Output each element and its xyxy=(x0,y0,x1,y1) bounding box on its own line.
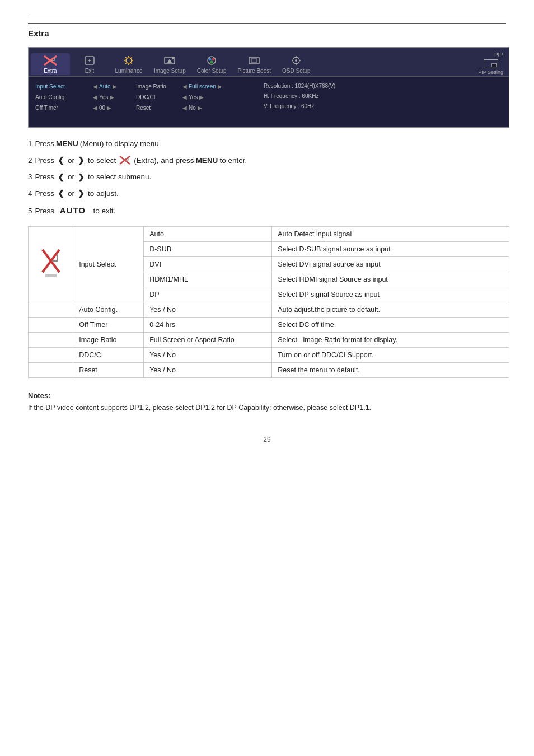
table-row-off-timer: Off Timer 0-24 hrs Select DC off time. xyxy=(29,318,509,333)
svg-line-10 xyxy=(125,57,126,58)
osd-row-auto-config: Auto Config. ◀ Yes ▶ xyxy=(34,92,135,102)
step-2: 2 Press ❮ or ❯ to select (Extra), and pr… xyxy=(28,155,506,167)
table-option-dsub: D-SUB xyxy=(144,242,272,257)
step-2-press: Press xyxy=(35,155,55,167)
step-2-number: 2 xyxy=(28,155,32,167)
osd-menu-osd-setup: OSD Setup xyxy=(277,53,316,75)
osd-row-off-timer: Off Timer ◀ 00 ▶ xyxy=(34,102,135,113)
step-2-menu-bold: MENU xyxy=(196,155,218,167)
table-option-ddcci: Yes / No xyxy=(144,348,272,363)
osd-image-ratio-value: Full screen xyxy=(189,83,216,90)
table-desc-image-ratio: Select image Ratio format for display. xyxy=(272,333,509,348)
table-desc-dvi: Select DVI signal source as input xyxy=(272,257,509,272)
osd-row-ddcci: DDC/CI ◀ Yes ▶ xyxy=(135,92,258,102)
osd-menu-picture-boost: Picture Boost xyxy=(232,53,277,75)
table-row-image-ratio: Image Ratio Full Screen or Aspect Ratio … xyxy=(29,333,509,348)
osd-ddcci-value: Yes xyxy=(189,94,198,100)
table-desc-off-timer: Select DC off time. xyxy=(272,318,509,333)
table-option-dvi: DVI xyxy=(144,257,272,272)
svg-point-24 xyxy=(295,59,297,62)
table-desc-auto-config: Auto adjust.the picture to default. xyxy=(272,302,509,318)
step-1-press: Press xyxy=(35,138,55,150)
step-4-press: Press xyxy=(35,188,55,200)
osd-menu-extra: Extra xyxy=(31,53,70,75)
osd-auto-config-label: Auto Config. xyxy=(35,94,91,100)
reference-table: Input Select Auto Auto Detect input sign… xyxy=(28,226,509,378)
osd-input-select-value: Auto xyxy=(99,83,111,90)
step-2-to-select: to select xyxy=(88,155,116,167)
table-row-ddcci: DDC/CI Yes / No Turn on or off DDC/CI Su… xyxy=(29,348,509,363)
osd-menu-bar: Extra Exit xyxy=(29,48,509,77)
osd-left-col: Input Select ◀ Auto ▶ Auto Config. ◀ Yes… xyxy=(34,81,135,123)
step-4-number: 4 xyxy=(28,188,32,200)
table-desc-auto: Auto Detect input signal xyxy=(272,227,509,242)
step-5: 5 Press AUTO to exit. xyxy=(28,204,506,217)
svg-rect-21 xyxy=(249,57,259,64)
osd-setup-menu-icon xyxy=(288,54,304,67)
osd-picture-boost-label: Picture Boost xyxy=(238,68,271,74)
osd-menu-luminance: Luminance xyxy=(109,53,148,75)
osd-right-arrow-2: ▶ xyxy=(110,94,114,100)
osd-menu-color-setup: Color Setup xyxy=(191,53,232,75)
picture-boost-menu-icon xyxy=(246,54,262,67)
exit-menu-icon xyxy=(82,54,97,67)
osd-v-frequency: V. Frequency : 60Hz xyxy=(264,101,503,111)
osd-off-timer-value: 00 xyxy=(99,105,105,111)
table-desc-reset: Reset the menu to default. xyxy=(272,363,509,378)
table-option-hdmi: HDMI1/MHL xyxy=(144,272,272,287)
svg-line-12 xyxy=(131,57,132,58)
step-3: 3 Press ❮ or ❯ to select submenu. xyxy=(28,171,506,183)
osd-right-col: Resolution : 1024(H)X768(V) H. Frequency… xyxy=(258,81,503,123)
page-title: Extra xyxy=(28,23,506,38)
osd-luminance-label: Luminance xyxy=(115,68,143,74)
table-row-auto-config: Auto Config. Yes / No Auto adjust.the pi… xyxy=(29,302,509,318)
extra-icon-cell xyxy=(29,227,73,302)
osd-input-select-label: Input Select xyxy=(35,83,91,90)
osd-right-arrow-1: ▶ xyxy=(113,83,117,90)
step-1-number: 1 xyxy=(28,138,32,150)
step-1: 1 Press MENU (Menu) to display menu. xyxy=(28,138,506,150)
step-5-auto-bold: AUTO xyxy=(60,204,86,217)
svg-point-18 xyxy=(209,58,212,61)
osd-row-reset: Reset ◀ No ▶ xyxy=(135,102,258,113)
color-setup-menu-icon xyxy=(204,54,219,67)
table-icon-empty-1 xyxy=(29,302,73,318)
table-row-reset: Reset Yes / No Reset the menu to default… xyxy=(29,363,509,378)
extra-menu-icon xyxy=(43,54,58,67)
osd-right-arrow-4: ▶ xyxy=(218,83,222,90)
osd-left-arrow-5: ◀ xyxy=(182,94,187,100)
step-3-press: Press xyxy=(35,171,55,183)
svg-point-16 xyxy=(172,57,174,59)
extra-inline-icon xyxy=(119,155,131,165)
table-option-auto: Auto xyxy=(144,227,272,242)
osd-h-frequency: H. Frequency : 60KHz xyxy=(264,91,503,101)
step-3-right-bracket: ❯ xyxy=(76,172,86,182)
table-category-ddcci: DDC/CI xyxy=(73,348,144,363)
step-4-left-bracket: ❮ xyxy=(56,189,66,199)
page-number: 29 xyxy=(28,436,506,444)
luminance-menu-icon xyxy=(121,54,137,67)
step-2-extra-label: (Extra), and press xyxy=(134,155,194,167)
osd-osd-setup-label: OSD Setup xyxy=(282,68,311,74)
step-4-or: or xyxy=(68,188,74,200)
osd-resolution: Resolution : 1024(H)X768(V) xyxy=(264,81,503,91)
instructions: 1 Press MENU (Menu) to display menu. 2 P… xyxy=(28,138,506,217)
osd-menu-exit: Exit xyxy=(70,53,109,75)
table-category-reset: Reset xyxy=(73,363,144,378)
step-5-press: Press xyxy=(35,205,55,217)
svg-marker-15 xyxy=(167,59,172,63)
osd-off-timer-label: Off Timer xyxy=(35,105,91,111)
step-4-right-bracket: ❯ xyxy=(76,189,86,199)
step-1-menu-bold: MENU xyxy=(56,138,78,150)
step-2-left-bracket: ❮ xyxy=(56,155,66,165)
step-2-to-enter: to enter. xyxy=(219,155,247,167)
osd-exit-label: Exit xyxy=(85,68,95,74)
notes-section: Notes: If the DP video content supports … xyxy=(28,391,506,413)
table-desc-ddcci: Turn on or off DDC/CI Support. xyxy=(272,348,509,363)
table-option-dp: DP xyxy=(144,287,272,302)
osd-row-image-ratio: Image Ratio ◀ Full screen ▶ xyxy=(135,81,258,92)
step-4: 4 Press ❮ or ❯ to adjust. xyxy=(28,188,506,200)
osd-content: Input Select ◀ Auto ▶ Auto Config. ◀ Yes… xyxy=(29,77,509,127)
table-desc-dp: Select DP signal Source as input xyxy=(272,287,509,302)
table-icon-empty-2 xyxy=(29,318,73,333)
